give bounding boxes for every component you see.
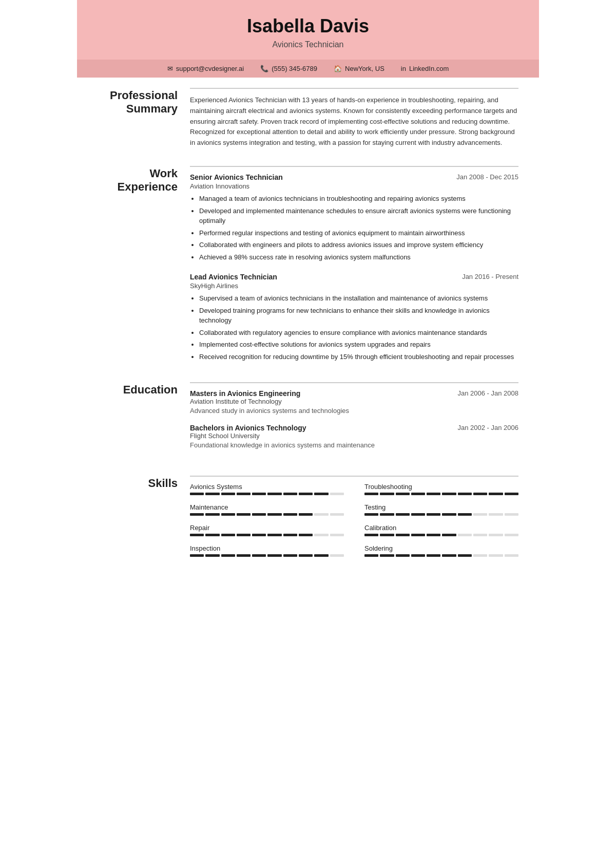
skill-segment xyxy=(267,513,281,516)
skill-bar xyxy=(364,513,518,516)
skill-segment xyxy=(473,554,487,557)
list-item: Managed a team of avionics technicians i… xyxy=(199,194,518,204)
skill-segment xyxy=(364,554,378,557)
skill-segment xyxy=(411,554,425,557)
skill-segment xyxy=(221,554,235,557)
location-text: NewYork, US xyxy=(345,65,384,72)
edu-header: Bachelors in Avionics TechnologyJan 2002… xyxy=(190,424,518,432)
linkedin-icon: in xyxy=(401,65,406,72)
contact-bar: ✉ support@cvdesigner.ai 📞 (555) 345-6789… xyxy=(77,60,539,78)
job-bullets: Managed a team of avionics technicians i… xyxy=(190,194,518,262)
skill-segment xyxy=(505,554,518,557)
skill-segment xyxy=(505,513,518,516)
skill-segment xyxy=(396,513,410,516)
skill-bar xyxy=(190,493,344,495)
skill-segment xyxy=(221,493,235,495)
skill-segment xyxy=(330,554,344,557)
phone-icon: 📞 xyxy=(260,65,268,72)
skill-segment xyxy=(252,534,266,536)
job-title: Senior Avionics Technician xyxy=(190,173,283,181)
skill-item: Calibration xyxy=(364,524,518,536)
skill-item: Inspection xyxy=(190,544,344,557)
skill-item: Repair xyxy=(190,524,344,536)
skill-segment xyxy=(380,554,394,557)
skill-segment xyxy=(314,554,328,557)
summary-section: ProfessionalSummary Experienced Avionics… xyxy=(98,88,518,154)
skill-name: Troubleshooting xyxy=(364,483,518,491)
skill-bar xyxy=(190,534,344,536)
edu-date: Jan 2002 - Jan 2006 xyxy=(457,424,518,432)
skill-segment xyxy=(252,513,266,516)
skill-segment xyxy=(442,534,456,536)
edu-school: Aviation Institute of Technology xyxy=(190,398,518,405)
skill-segment xyxy=(314,534,328,536)
skill-segment xyxy=(380,493,394,495)
skill-segment xyxy=(458,534,472,536)
skill-segment xyxy=(252,554,266,557)
skill-segment xyxy=(299,534,313,536)
list-item: Implemented cost-effective solutions for… xyxy=(199,340,518,350)
skill-segment xyxy=(396,534,410,536)
skill-segment xyxy=(283,513,297,516)
skill-segment xyxy=(283,493,297,495)
skill-segment xyxy=(427,534,440,536)
skill-segment xyxy=(489,513,503,516)
skill-segment xyxy=(442,493,456,495)
skill-item: Troubleshooting xyxy=(364,483,518,495)
skill-segment xyxy=(505,493,518,495)
email-icon: ✉ xyxy=(167,65,173,72)
job-header: Lead Avionics TechnicianJan 2016 - Prese… xyxy=(190,273,518,281)
job-date: Jan 2016 - Present xyxy=(462,273,518,281)
skill-segment xyxy=(411,513,425,516)
edu-degree: Bachelors in Avionics Technology xyxy=(190,424,306,432)
edu-date: Jan 2006 - Jan 2008 xyxy=(457,389,518,398)
list-item: Developed and implemented maintenance sc… xyxy=(199,206,518,226)
skill-segment xyxy=(205,534,219,536)
skill-name: Testing xyxy=(364,503,518,511)
skill-segment xyxy=(314,513,328,516)
skill-segment xyxy=(299,493,313,495)
skill-bar xyxy=(364,554,518,557)
work-experience-label: WorkExperience xyxy=(98,166,190,365)
list-item: Developed training programs for new tech… xyxy=(199,306,518,326)
skill-segment xyxy=(396,554,410,557)
location-icon: 🏠 xyxy=(334,65,342,72)
skill-segment xyxy=(190,493,204,495)
skill-segment xyxy=(221,513,235,516)
skill-segment xyxy=(237,534,251,536)
education-content: Masters in Avionics EngineeringJan 2006 … xyxy=(190,382,518,458)
skill-name: Soldering xyxy=(364,544,518,552)
skill-segment xyxy=(330,534,344,536)
skill-segment xyxy=(205,554,219,557)
main-content: ProfessionalSummary Experienced Avionics… xyxy=(77,78,539,597)
job-title: Lead Avionics Technician xyxy=(190,273,277,281)
job-block: Senior Avionics TechnicianJan 2008 - Dec… xyxy=(190,173,518,262)
summary-text: Experienced Avionics Technician with 13 … xyxy=(190,95,518,148)
skill-bar xyxy=(364,493,518,495)
skill-segment xyxy=(299,513,313,516)
skill-segment xyxy=(364,493,378,495)
skill-segment xyxy=(314,493,328,495)
skill-segment xyxy=(283,534,297,536)
skill-segment xyxy=(427,513,440,516)
skill-name: Avionics Systems xyxy=(190,483,344,491)
list-item: Supervised a team of avionics technician… xyxy=(199,294,518,304)
job-date: Jan 2008 - Dec 2015 xyxy=(456,173,518,181)
skill-segment xyxy=(237,554,251,557)
skill-segment xyxy=(396,493,410,495)
skill-name: Calibration xyxy=(364,524,518,532)
location-contact: 🏠 NewYork, US xyxy=(334,65,384,72)
skill-segment xyxy=(505,534,518,536)
edu-desc: Foundational knowledge in avionics syste… xyxy=(190,441,518,449)
skill-segment xyxy=(205,493,219,495)
skill-segment xyxy=(205,513,219,516)
skill-bar xyxy=(190,554,344,557)
skill-item: Avionics Systems xyxy=(190,483,344,495)
skills-section: Skills Avionics SystemsTroubleshootingMa… xyxy=(98,476,518,564)
skill-segment xyxy=(473,513,487,516)
resume-header: Isabella Davis Avionics Technician xyxy=(77,0,539,60)
job-company: Aviation Innovations xyxy=(190,182,518,190)
skill-segment xyxy=(252,493,266,495)
list-item: Achieved a 98% success rate in resolving… xyxy=(199,253,518,262)
skill-segment xyxy=(364,534,378,536)
